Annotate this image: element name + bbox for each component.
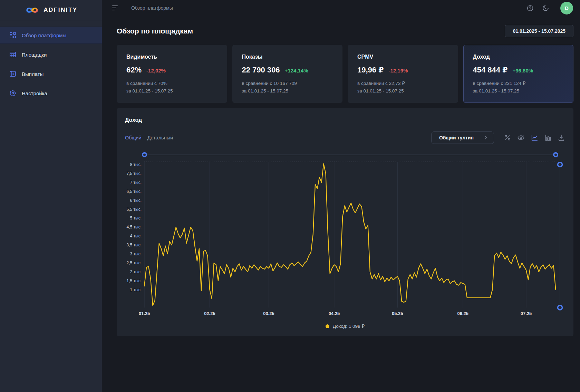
range-slider-handle-right[interactable] [553, 152, 558, 157]
chart-range-slider[interactable] [125, 152, 565, 158]
sidebar-item-label: Выплаты [22, 71, 44, 77]
stat-change: +96,80% [512, 68, 533, 74]
svg-text:6 тыс.: 6 тыс. [130, 198, 142, 203]
stat-value: 19,96 ₽ [357, 66, 384, 75]
topbar: Обзор платформы D [102, 0, 580, 16]
sidebar-item-settings[interactable]: Настройка [0, 85, 102, 102]
stat-change: +124,14% [285, 68, 308, 74]
stat-period: за 01.01.25 - 15.07.25 [473, 87, 564, 95]
brand-name: ADFINITY [44, 7, 77, 13]
sidebar-divider [0, 20, 102, 20]
sidebar-item-platforms[interactable]: Площадки [0, 46, 102, 63]
tooltip-mode-label: Общий тултип [439, 135, 474, 140]
eye-off-icon[interactable] [517, 134, 525, 141]
sidebar-item-label: Площадки [22, 52, 47, 58]
stat-card-cpmv[interactable]: CPMV 19,96 ₽ -12,19% в сравнении с 22,73… [348, 45, 458, 103]
stat-title: Доход [473, 54, 564, 60]
settings-icon [9, 89, 17, 97]
svg-text:6,5 тыс.: 6,5 тыс. [127, 189, 142, 194]
sidebar-item-platform-overview[interactable]: Обзор платформы [0, 27, 102, 44]
svg-text:01.25: 01.25 [139, 311, 150, 316]
chevron-right-icon [483, 135, 488, 140]
chart-tabs: Общий Детальный [125, 135, 173, 140]
percent-icon[interactable] [504, 134, 511, 141]
svg-text:04.25: 04.25 [329, 311, 340, 316]
svg-text:5,5 тыс.: 5,5 тыс. [127, 207, 142, 212]
svg-text:2,5 тыс.: 2,5 тыс. [127, 261, 142, 265]
chart-area: 01.2502.2503.2504.2505.2506.2507.258 тыс… [125, 152, 565, 329]
line-chart-icon[interactable] [531, 134, 538, 141]
stat-value: 454 844 ₽ [473, 66, 508, 75]
stat-title: Показы [242, 54, 333, 60]
stat-compare: в сравнении с 10 167 709 [242, 80, 333, 87]
brand-logo[interactable]: ADFINITY [0, 0, 102, 20]
stat-title: CPMV [357, 54, 448, 60]
chart-legend: Доход: 1 098 ₽ [125, 323, 565, 329]
bar-chart-icon[interactable] [544, 134, 552, 141]
svg-text:05.25: 05.25 [392, 311, 403, 316]
revenue-line-chart[interactable]: 01.2502.2503.2504.2505.2506.2507.258 тыс… [125, 159, 565, 318]
menu-toggle-icon[interactable] [112, 6, 118, 10]
sidebar-nav: Обзор платформы Площадки $ Выплаты [0, 27, 102, 104]
stat-period: за 01.01.25 - 15.07.25 [242, 87, 333, 95]
tab-general[interactable]: Общий [125, 135, 142, 140]
help-icon[interactable] [526, 4, 534, 12]
main-area: Обзор платформы D Обзор по площадкам 01.… [102, 0, 580, 392]
stat-compare: в сравнении с 22,73 ₽ [357, 80, 448, 87]
content: Обзор по площадкам 01.01.2025 - 15.07.20… [102, 16, 580, 336]
sidebar-item-label: Настройка [22, 90, 47, 96]
svg-text:5 тыс.: 5 тыс. [130, 216, 142, 220]
legend-label: Доход: 1 098 ₽ [333, 323, 365, 329]
tooltip-mode-button[interactable]: Общий тултип [431, 131, 494, 144]
download-icon[interactable] [558, 134, 565, 141]
svg-text:$: $ [13, 72, 14, 76]
stat-change: -12,02% [146, 68, 166, 74]
svg-text:4 тыс.: 4 тыс. [130, 234, 142, 238]
payments-icon: $ [9, 70, 17, 78]
stat-value: 22 790 306 [242, 66, 280, 75]
stat-compare: в сравнении с 70% [126, 80, 218, 87]
chart-title: Доход [125, 117, 565, 123]
page-title: Обзор по площадкам [117, 27, 193, 35]
tab-detailed[interactable]: Детальный [147, 135, 173, 140]
svg-text:7,5 тыс.: 7,5 тыс. [127, 171, 142, 176]
svg-text:1 тыс.: 1 тыс. [130, 287, 142, 292]
stat-title: Видимость [126, 54, 218, 60]
breadcrumb: Обзор платформы [131, 5, 173, 11]
svg-text:07.25: 07.25 [521, 311, 532, 316]
legend-dot [326, 324, 329, 328]
table-icon [9, 51, 17, 58]
svg-text:1,5 тыс.: 1,5 тыс. [127, 278, 142, 283]
svg-text:8 тыс.: 8 тыс. [130, 162, 142, 167]
svg-text:2 тыс.: 2 тыс. [130, 270, 142, 274]
stat-value: 62% [126, 66, 142, 75]
revenue-chart-card: Доход Общий Детальный Общий тултип [117, 108, 573, 336]
stat-cards-row: Видимость 62% -12,02% в сравнении с 70% … [117, 45, 573, 103]
svg-text:4,5 тыс.: 4,5 тыс. [127, 225, 142, 229]
svg-text:3,5 тыс.: 3,5 тыс. [127, 243, 142, 247]
svg-text:06.25: 06.25 [457, 311, 468, 316]
sidebar-item-payouts[interactable]: $ Выплаты [0, 65, 102, 82]
stat-card-visibility[interactable]: Видимость 62% -12,02% в сравнении с 70% … [117, 45, 227, 103]
chart-toolbar [504, 134, 565, 141]
dark-mode-moon-icon[interactable] [542, 4, 549, 12]
stat-card-impressions[interactable]: Показы 22 790 306 +124,14% в сравнении с… [232, 45, 343, 103]
dashboard-icon [9, 31, 17, 39]
svg-text:02.25: 02.25 [204, 311, 215, 316]
svg-text:03.25: 03.25 [263, 311, 274, 316]
sidebar-item-label: Обзор платформы [22, 32, 66, 38]
sidebar: ADFINITY Обзор платформы Площадки [0, 0, 102, 392]
stat-period: за 01.01.25 - 15.07.25 [126, 87, 218, 95]
svg-text:3 тыс.: 3 тыс. [130, 252, 142, 256]
range-slider-track [144, 155, 558, 155]
stat-compare: в сравнении с 231 124 ₽ [473, 80, 564, 87]
app-window: ADFINITY Обзор платформы Площадки [0, 0, 580, 392]
infinity-logo-icon [24, 6, 40, 15]
stat-change: -12,19% [388, 68, 408, 74]
range-slider-handle-left[interactable] [142, 152, 147, 157]
date-range-button[interactable]: 01.01.2025 - 15.07.2025 [505, 25, 573, 37]
stat-card-revenue[interactable]: Доход 454 844 ₽ +96,80% в сравнении с 23… [463, 45, 574, 103]
user-avatar[interactable]: D [560, 2, 573, 14]
stat-period: за 01.01.25 - 15.07.25 [357, 87, 448, 95]
svg-text:7 тыс.: 7 тыс. [130, 180, 142, 185]
